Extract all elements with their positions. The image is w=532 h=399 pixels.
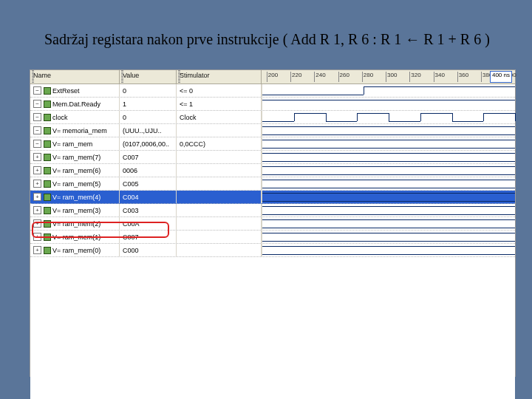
waveform-area[interactable] (262, 84, 515, 97)
waveform-area[interactable] (262, 217, 515, 230)
time-marker[interactable]: 400 ns (490, 71, 512, 83)
collapse-icon[interactable] (33, 140, 41, 148)
expand-icon[interactable] (33, 153, 41, 161)
signal-row[interactable]: V= ram_mem(0107,0006,00..0,0CCC) (30, 137, 515, 151)
signal-name-cell[interactable]: clock (30, 111, 120, 123)
signal-row[interactable]: ExtReset0<= 0 (30, 84, 515, 98)
signal-row[interactable]: V= ram_mem(7)C007 (30, 151, 515, 164)
signal-value-cell[interactable]: (0107,0006,00.. (120, 137, 177, 150)
signal-name-cell[interactable]: V= ram_mem(7) (30, 151, 120, 163)
signal-row[interactable]: clock0Clock (30, 111, 515, 124)
signal-stimulator-cell[interactable]: <= 0 (177, 84, 262, 97)
signal-stimulator-cell[interactable]: <= 1 (177, 98, 262, 110)
signal-name-cell[interactable]: V= ram_mem(1) (30, 231, 120, 243)
signal-type-icon (44, 154, 51, 161)
signal-row[interactable]: V= ram_mem(6)0006 (30, 164, 515, 177)
signal-value-cell[interactable]: 0006 (120, 164, 177, 177)
header-stimulator[interactable]: Stimulator (177, 70, 262, 83)
ruler-tick: 200 (267, 72, 278, 82)
signal-value-cell[interactable]: 1 (120, 98, 177, 110)
signal-row[interactable]: V= ram_mem(2)C00A (30, 217, 515, 231)
signal-type-icon (44, 100, 51, 108)
signal-value-cell[interactable]: 0 (120, 84, 177, 97)
signal-name-cell[interactable]: V= ram_mem(0) (30, 244, 120, 256)
signal-name-label: V= ram_mem(1) (52, 233, 100, 241)
collapse-icon[interactable] (33, 126, 41, 134)
signal-name-cell[interactable]: Mem.Dat.Ready (30, 98, 120, 110)
waveform-area[interactable] (262, 151, 515, 163)
waveform-area[interactable] (262, 164, 515, 177)
expand-icon[interactable] (33, 193, 41, 201)
signal-row[interactable]: V= ram_mem(4)C004 (30, 191, 515, 204)
waveform-area[interactable] (262, 204, 515, 216)
column-headers: Name Value Stimulator 200220240260280300… (30, 70, 515, 84)
waveform-area[interactable] (262, 177, 515, 190)
signal-name-cell[interactable]: V= ram_mem(2) (30, 217, 120, 230)
waveform-area[interactable] (262, 98, 515, 110)
signal-name-cell[interactable]: ExtReset (30, 84, 120, 97)
signal-name-label: V= ram_mem(7) (52, 154, 100, 161)
signal-stimulator-cell[interactable] (177, 151, 262, 163)
signal-value-cell[interactable]: (UUU..,UJU.. (120, 124, 177, 137)
signal-stimulator-cell[interactable] (177, 204, 262, 216)
collapse-icon[interactable] (33, 113, 41, 121)
signal-name-label: V= ram_mem (52, 140, 92, 148)
signal-stimulator-cell[interactable]: 0,0CCC) (177, 137, 262, 150)
signal-name-cell[interactable]: V= ram_mem (30, 137, 120, 150)
waveform-area[interactable] (262, 231, 515, 243)
signal-row[interactable]: V= ram_mem(1)C007 (30, 231, 515, 244)
signal-value-cell[interactable]: C00A (120, 217, 177, 230)
waveform-area[interactable] (262, 137, 515, 150)
header-name[interactable]: Name (30, 70, 120, 83)
expand-icon[interactable] (33, 246, 41, 254)
signal-value-cell[interactable]: C004 (120, 191, 177, 203)
signal-value-cell[interactable]: 0 (120, 111, 177, 123)
signal-name-label: ExtReset (52, 87, 80, 95)
grip-icon (121, 70, 123, 83)
collapse-icon[interactable] (33, 100, 41, 108)
signal-value-cell[interactable]: C000 (120, 244, 177, 256)
signal-stimulator-cell[interactable]: Clock (177, 111, 262, 123)
signal-stimulator-cell[interactable] (177, 191, 262, 203)
signal-value-cell[interactable]: C007 (120, 151, 177, 163)
signal-type-icon (44, 194, 51, 201)
signal-stimulator-cell[interactable] (177, 124, 262, 137)
waveform-area[interactable] (262, 191, 515, 203)
signal-row[interactable]: V= ram_mem(5)C005 (30, 177, 515, 191)
expand-icon[interactable] (33, 233, 41, 241)
signal-type-icon (44, 114, 51, 121)
collapse-icon[interactable] (33, 86, 41, 95)
timeline-ruler[interactable]: 200220240260280300320340360380400 400 ns (262, 70, 515, 83)
signal-row[interactable]: V= ram_mem(3)C003 (30, 204, 515, 217)
expand-icon[interactable] (33, 206, 41, 214)
expand-icon[interactable] (33, 166, 41, 174)
expand-icon[interactable] (33, 180, 41, 188)
signal-name-cell[interactable]: V= memoria_mem (30, 124, 120, 137)
signal-stimulator-cell[interactable] (177, 231, 262, 243)
waveform-area[interactable] (262, 124, 515, 137)
waveform-area[interactable] (262, 244, 515, 256)
signal-row[interactable]: Mem.Dat.Ready1<= 1 (30, 98, 515, 111)
slide-title: Sadržaj registara nakon prve instrukcije… (44, 31, 502, 48)
signal-name-cell[interactable]: V= ram_mem(5) (30, 177, 120, 190)
waveform-area[interactable] (262, 111, 515, 123)
signal-name-cell[interactable]: V= ram_mem(3) (30, 204, 120, 216)
grip-icon (32, 70, 34, 83)
signal-value-cell[interactable]: C003 (120, 204, 177, 216)
header-value[interactable]: Value (120, 70, 177, 83)
signal-stimulator-cell[interactable] (177, 244, 262, 256)
signal-stimulator-cell[interactable] (177, 177, 262, 190)
ruler-tick: 300 (386, 72, 397, 82)
signal-name-cell[interactable]: V= ram_mem(6) (30, 164, 120, 177)
signal-value-cell[interactable]: C005 (120, 177, 177, 190)
signal-row[interactable]: V= memoria_mem(UUU..,UJU.. (30, 124, 515, 137)
ruler-tick: 240 (314, 72, 325, 82)
signal-row[interactable]: V= ram_mem(0)C000 (30, 244, 515, 257)
signal-value-cell[interactable]: C007 (120, 231, 177, 243)
signal-name-cell[interactable]: V= ram_mem(4) (30, 191, 120, 203)
signal-stimulator-cell[interactable] (177, 217, 262, 230)
signal-stimulator-cell[interactable] (177, 164, 262, 177)
grip-icon (178, 70, 180, 83)
signal-type-icon (44, 220, 51, 228)
expand-icon[interactable] (33, 219, 41, 228)
